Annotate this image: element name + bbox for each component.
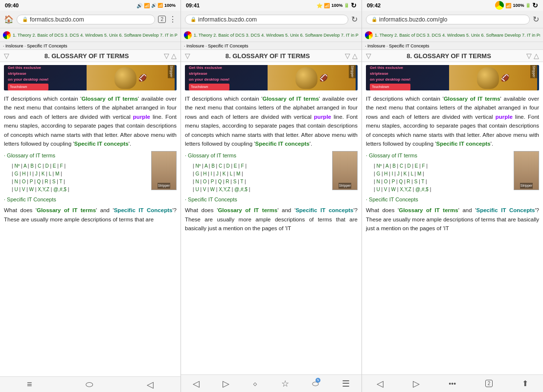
status-bar-3: 09:42 📶 100% 🔋 ↻ xyxy=(362,0,543,11)
link-glossary-3[interactable]: Glossary of IT terms xyxy=(262,96,318,102)
reload-icon-3[interactable]: ↻ xyxy=(532,1,538,9)
nav-arrows-right-1[interactable]: ▽ △ xyxy=(164,52,177,60)
arrow-up2-3[interactable]: △ xyxy=(534,52,539,60)
alpha-link-no[interactable]: Nº xyxy=(14,163,20,169)
ad-banner-3[interactable]: Get this exclusivestripteaseon your desk… xyxy=(366,65,539,90)
alpha-row-1-3: | N | O | P | Q | R | S | T | xyxy=(12,178,69,185)
link-glossary-1[interactable]: Glossary of IT terms xyxy=(81,96,137,102)
bullet-specific-1: · Specific IT Concepts xyxy=(4,195,69,204)
nav-tab-3[interactable]: 2 xyxy=(485,380,493,387)
sub-nav-3: · Inslosure · Specific IT Concepts xyxy=(362,42,543,50)
address-bar-1[interactable]: 🏠 🔒 formatics.buzdo.com 2 ⋮ xyxy=(0,11,181,28)
phone-panel-2: 09:41 ⭐ 📶 100% 🔋 ↻ 🔒 informatics.buzdo.c… xyxy=(181,0,362,392)
nav-forward-2[interactable]: ▷ xyxy=(223,378,229,389)
link-glossary-6[interactable]: Glossary of IT terms xyxy=(399,207,458,213)
url-bar-2[interactable]: 🔒 informatics.buzdo.com xyxy=(185,15,348,24)
sub-nav-text-1: · Inslosure · Specific IT Concepts xyxy=(3,44,67,48)
nav-back-3[interactable]: ◁ xyxy=(377,378,384,389)
arrow-down-1[interactable]: ▽ xyxy=(4,52,9,60)
nav-more-3[interactable]: ••• xyxy=(449,380,456,388)
ad-content-1: Get this exclusivestripteaseon your desk… xyxy=(6,65,50,90)
nav-arrows-right-2[interactable]: ▽ △ xyxy=(345,52,358,60)
nav-home-icon-1[interactable]: ⬭ xyxy=(86,379,93,390)
ad-image-3: 🏈 Stripper xyxy=(449,65,537,90)
link-specific-3[interactable]: Specific IT concepts xyxy=(255,141,309,147)
alpha-row-2-2: | G | H | I | J | K | L | M | xyxy=(193,170,250,177)
alpha-link-d[interactable]: D xyxy=(45,163,48,169)
nav-tab-badge-2[interactable]: ⬭ xyxy=(312,379,319,388)
alpha-row-2-3: | N | O | P | Q | R | S | T | xyxy=(193,178,250,185)
address-bar-3[interactable]: 🔒 informatics.buzdo.com/glo ↻ xyxy=(362,11,543,28)
arrow-down-3[interactable]: ▽ xyxy=(366,52,371,60)
glossary-section-2: · Glossary of IT terms | Nº | A | B | C … xyxy=(185,151,358,204)
arrow-up-2[interactable]: ▽ xyxy=(345,52,350,60)
tab-count-1[interactable]: 2 xyxy=(158,16,166,23)
link-specific-4[interactable]: Specific IT concepts xyxy=(295,207,353,213)
body-paragraph-2: What does 'Glossary of IT terms' and 'Sp… xyxy=(4,206,177,224)
helmet-3 xyxy=(477,67,499,89)
nav-items-1: 1. Theory 2. Basic of DCS 3. DCS 4. Wind… xyxy=(13,33,178,38)
arrow-up2-2[interactable]: △ xyxy=(352,52,358,60)
alpha-row-2-1: | Nº | A | B | C | D | E | F | xyxy=(193,162,250,170)
alpha-row-1-1: | Nº | A | B | C | D | E | F | xyxy=(12,162,69,170)
home-icon-1[interactable]: 🏠 xyxy=(4,15,14,24)
ad-btn-2[interactable]: Touchdown xyxy=(189,84,229,90)
url-bar-3[interactable]: 🔒 informatics.buzdo.com/glo xyxy=(366,15,530,24)
ad-btn-3[interactable]: Touchdown xyxy=(370,84,410,90)
alpha-link-a[interactable]: A xyxy=(23,163,26,169)
alpha-link-e[interactable]: E xyxy=(53,163,56,169)
content-area-3: Get this exclusivestripteaseon your desk… xyxy=(362,62,543,374)
nav-arrows-left-3[interactable]: ▽ xyxy=(366,52,371,60)
ad-btn-1[interactable]: Touchdown xyxy=(8,84,48,90)
link-glossary-5[interactable]: Glossary of IT terms xyxy=(444,96,500,102)
nav-forward-3[interactable]: ▷ xyxy=(413,378,420,389)
bullet-glossary-3: · Glossary of IT terms xyxy=(366,151,431,160)
section-title-1: 8. GLOSSARY OF IT TERMS xyxy=(9,52,164,60)
link-specific-5[interactable]: Specific IT concepts xyxy=(436,141,490,147)
glossary-content-1: · Glossary of IT terms | Nº | A | B | C … xyxy=(4,151,69,204)
sub-nav-text-3: · Inslosure · Specific IT Concepts xyxy=(365,44,429,48)
alpha-link-f[interactable]: F xyxy=(60,163,63,169)
status-icons-1: 🔊 📶 🔊 📶 100% xyxy=(136,3,176,8)
alpha-row-2-4: | U | V | W | X,Y,Z | @,#,$ | xyxy=(193,186,250,193)
nav-home-2[interactable]: ⬦ xyxy=(252,378,258,389)
alpha-link-c[interactable]: C xyxy=(38,163,41,169)
status-icons-2: ⭐ 📶 100% 🔋 ↻ xyxy=(317,1,357,9)
link-specific-6[interactable]: Specific IT Concepts xyxy=(476,207,535,213)
stripper-img-1: Stripper xyxy=(151,151,177,190)
ad-image-2: 🏈 Stripper xyxy=(268,65,356,90)
lock-icon-3: 🔒 xyxy=(371,17,377,22)
nav-arrows-left-1[interactable]: ▽ xyxy=(4,52,9,60)
alpha-row-3-3: | N | O | P | Q | R | S | T | xyxy=(374,178,431,185)
section-header-2: ▽ 8. GLOSSARY OF IT TERMS ▽ △ xyxy=(181,50,362,62)
arrow-up-1[interactable]: ▽ xyxy=(164,52,169,60)
ad-banner-2[interactable]: Get this exclusivestripteaseon your desk… xyxy=(185,65,358,90)
address-bar-2[interactable]: 🔒 informatics.buzdo.com ↻ xyxy=(181,11,362,28)
nav-arrows-right-3[interactable]: ▽ △ xyxy=(526,52,539,60)
reload-icon-2[interactable]: ↻ xyxy=(351,1,357,9)
alpha-row-3-4: | U | V | W | X,Y,Z | @,#,$ | xyxy=(374,186,431,193)
nav-arrows-left-2[interactable]: ▽ xyxy=(185,52,190,60)
menu-dots-1[interactable]: ⋮ xyxy=(169,15,177,24)
link-specific-1[interactable]: Specific IT concepts xyxy=(74,141,128,147)
nav-star-2[interactable]: ☆ xyxy=(281,378,289,389)
arrow-up-3[interactable]: ▽ xyxy=(526,52,532,60)
nav-bar-2: 1. Theory 2. Basic of DCS 3. DCS 4. Wind… xyxy=(181,28,362,42)
nav-share-3[interactable]: ⬆ xyxy=(522,379,528,388)
nav-back-icon-1[interactable]: ◁ xyxy=(147,379,154,390)
ad-banner-1[interactable]: Get this exclusivestripteaseon your desk… xyxy=(4,65,177,90)
link-glossary-2[interactable]: Glossary of IT terms xyxy=(37,207,96,213)
nav-lines-icon-1[interactable]: ≡ xyxy=(27,379,32,390)
link-glossary-4[interactable]: Glossary of IT terms xyxy=(218,207,277,213)
arrow-down-2[interactable]: ▽ xyxy=(185,52,190,60)
nav-back-2[interactable]: ◁ xyxy=(193,378,200,389)
stripper-img-2: Stripper xyxy=(332,151,358,190)
nav-menu-2[interactable]: ☰ xyxy=(342,378,350,389)
arrow-up2-1[interactable]: △ xyxy=(171,52,177,60)
status-bar-1: 09:40 🔊 📶 🔊 📶 100% xyxy=(0,0,181,11)
alpha-link-b[interactable]: B xyxy=(30,163,34,169)
reload-icon-2b[interactable]: ↻ xyxy=(351,15,358,24)
reload-icon-3b[interactable]: ↻ xyxy=(533,15,539,24)
link-specific-2[interactable]: Specific IT Concepts xyxy=(114,207,173,213)
url-bar-1[interactable]: 🔒 formatics.buzdo.com xyxy=(17,15,155,24)
